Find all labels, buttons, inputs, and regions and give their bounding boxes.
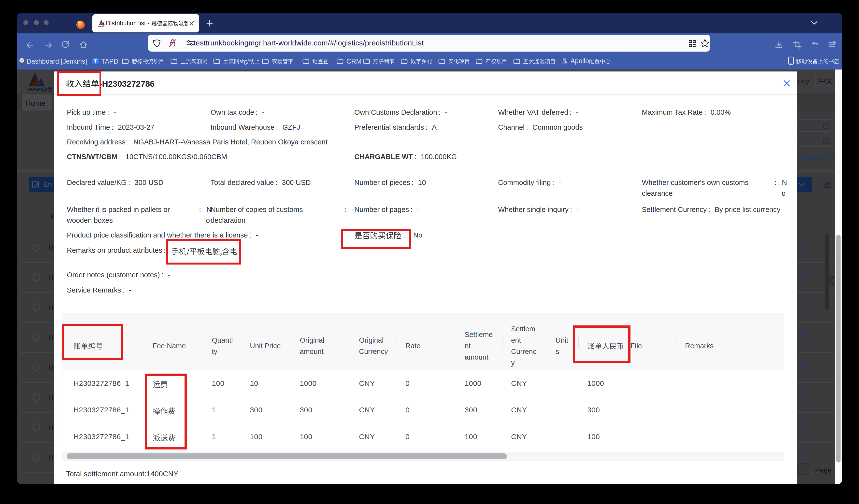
svg-text:HART: HART bbox=[28, 87, 43, 92]
svg-text:HART: HART bbox=[98, 25, 105, 28]
